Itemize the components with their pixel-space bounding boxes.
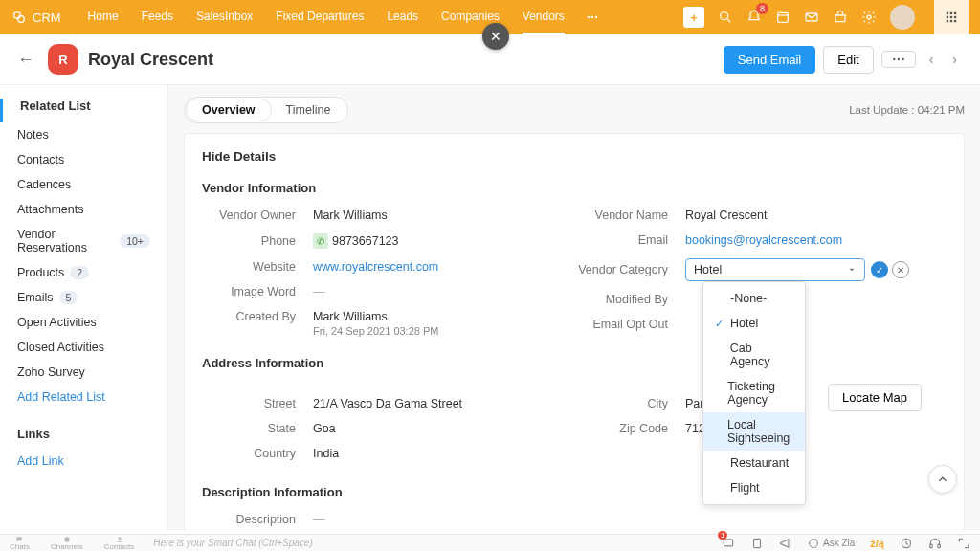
add-link[interactable]: Add Link	[0, 449, 167, 474]
sidebar-item-closed-activities[interactable]: Closed Activities	[0, 335, 167, 360]
sidebar-item-contacts[interactable]: Contacts	[0, 147, 167, 172]
cancel-icon[interactable]: ✕	[892, 261, 909, 278]
scroll-top-button[interactable]	[928, 465, 957, 494]
store-icon[interactable]	[833, 10, 848, 25]
hide-details-toggle[interactable]: Hide Details	[202, 149, 947, 164]
label-zip: Zip Code	[574, 422, 685, 435]
main-content: Overview Timeline Last Update : 04:21 PM…	[168, 85, 980, 531]
sidebar-item-cadences[interactable]: Cadences	[0, 172, 167, 197]
nav-leads[interactable]: Leads	[387, 0, 418, 34]
send-email-button[interactable]: Send Email	[724, 46, 815, 74]
phone-icon[interactable]: ✆	[313, 233, 328, 249]
sidebar-item-notes[interactable]: Notes	[0, 122, 167, 147]
calendar-icon[interactable]	[775, 10, 791, 25]
bb-clipboard-icon[interactable]	[750, 537, 764, 550]
nav-feeds[interactable]: Feeds	[142, 0, 173, 34]
bb-headset-icon[interactable]	[928, 537, 942, 550]
vendor-category-select[interactable]: Hotel	[685, 258, 865, 281]
bb-chats[interactable]: Chats	[10, 536, 30, 551]
confirm-icon[interactable]: ✓	[871, 261, 888, 278]
dd-option-hotel[interactable]: ✓Hotel	[703, 311, 805, 336]
nav-more-icon[interactable]	[586, 11, 599, 24]
sidebar-item-attachments[interactable]: Attachments	[0, 197, 167, 222]
count-badge: 2	[70, 266, 89, 279]
bb-ask-zia[interactable]: Ask Zia	[808, 538, 855, 549]
svg-point-2	[588, 16, 590, 18]
nav-home[interactable]: Home	[88, 0, 119, 34]
phone-number: 9873667123	[332, 234, 399, 248]
created-by-name: Mark Williams	[313, 310, 438, 323]
bb-clock-icon[interactable]	[900, 537, 913, 550]
nav-vendors[interactable]: Vendors	[523, 0, 565, 34]
label-street: Street	[202, 397, 313, 410]
bottom-bar: Chats Channels Contacts Here is your Sma…	[0, 534, 980, 551]
profile-avatar[interactable]	[890, 5, 915, 30]
dd-option-none[interactable]: -None-	[703, 286, 805, 311]
bb-channels[interactable]: Channels	[51, 536, 83, 551]
apps-launcher-icon[interactable]	[934, 0, 969, 34]
related-list-title: Related List	[0, 99, 167, 122]
sidebar-item-label: Contacts	[17, 153, 64, 166]
nav-salesinbox[interactable]: SalesInbox	[196, 0, 253, 34]
bb-label: Channels	[51, 543, 83, 551]
dd-label: Hotel	[730, 317, 758, 330]
dd-option-restaurant[interactable]: Restaurant	[703, 451, 805, 475]
bb-contacts[interactable]: Contacts	[104, 536, 135, 551]
select-value: Hotel	[694, 263, 722, 276]
dd-label: Ticketing Agency	[727, 380, 793, 407]
announce-count: 1	[718, 531, 727, 540]
close-overlay-icon[interactable]: ✕	[482, 23, 509, 50]
bb-expand-icon[interactable]	[957, 537, 970, 550]
sidebar-item-label: Zoho Survey	[17, 365, 85, 379]
value-vendor-name: Royal Crescent	[685, 209, 767, 222]
sidebar-item-products[interactable]: Products2	[0, 260, 167, 285]
mail-icon[interactable]	[804, 10, 819, 25]
label-vendor-category: Vendor Category	[574, 263, 685, 276]
body: Related List Notes Contacts Cadences Att…	[0, 85, 980, 531]
bb-megaphone-icon[interactable]	[779, 537, 792, 550]
settings-icon[interactable]	[861, 10, 877, 25]
dd-option-ticketing[interactable]: Ticketing Agency	[703, 374, 805, 412]
dd-option-flight[interactable]: Flight	[703, 475, 805, 500]
svg-point-4	[595, 16, 597, 18]
next-record-icon[interactable]: ›	[947, 48, 963, 71]
prev-record-icon[interactable]: ‹	[924, 48, 940, 71]
dd-option-cab[interactable]: Cab Agency	[703, 336, 805, 374]
bb-announce[interactable]: 1	[722, 537, 735, 550]
label-modified-by: Modified By	[574, 293, 685, 306]
page-title: Royal Crescent	[88, 50, 213, 70]
dd-option-sightseeing[interactable]: Local Sightseeing	[703, 412, 805, 451]
label-phone: Phone	[202, 234, 313, 248]
dd-label: -None-	[730, 292, 767, 305]
create-new-icon[interactable]: +	[683, 7, 704, 28]
sidebar-item-label: Attachments	[17, 203, 83, 216]
svg-rect-17	[947, 20, 948, 22]
sidebar-item-open-activities[interactable]: Open Activities	[0, 310, 167, 335]
tab-overview[interactable]: Overview	[187, 99, 271, 121]
sidebar-item-vendor-reservations[interactable]: Vendor Reservations10+	[0, 222, 167, 260]
tab-timeline[interactable]: Timeline	[271, 99, 346, 121]
nav-fixed-departures[interactable]: Fixed Departures	[276, 0, 364, 34]
svg-rect-16	[954, 16, 956, 18]
value-state: Goa	[313, 422, 336, 435]
back-arrow-icon[interactable]: ←	[17, 50, 34, 70]
svg-point-3	[591, 16, 593, 18]
bb-za-icon[interactable]: ż/ą	[870, 538, 884, 549]
more-actions-button[interactable]	[881, 51, 916, 68]
svg-point-21	[897, 58, 899, 60]
sidebar-item-zoho-survey[interactable]: Zoho Survey	[0, 360, 167, 385]
value-email[interactable]: bookings@royalcrescent.com	[685, 233, 842, 247]
svg-point-5	[721, 12, 728, 20]
notifications-button[interactable]: 8	[746, 10, 762, 25]
svg-rect-11	[947, 12, 948, 14]
sidebar-item-emails[interactable]: Emails5	[0, 285, 167, 310]
edit-button[interactable]: Edit	[823, 46, 873, 74]
search-icon[interactable]	[718, 10, 733, 25]
dd-label: Restaurant	[730, 456, 789, 470]
locate-map-button[interactable]: Locate Map	[828, 384, 922, 411]
svg-line-6	[727, 19, 730, 22]
svg-rect-14	[947, 16, 948, 18]
add-related-list-link[interactable]: Add Related List	[0, 385, 167, 409]
label-state: State	[202, 422, 313, 435]
value-website[interactable]: www.royalcrescent.com	[313, 260, 438, 274]
